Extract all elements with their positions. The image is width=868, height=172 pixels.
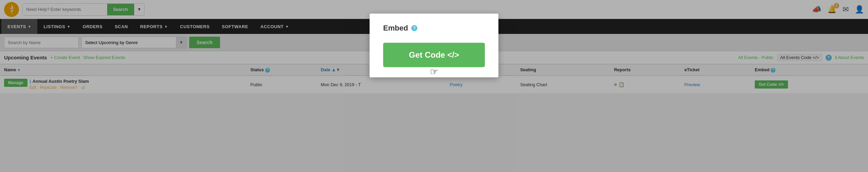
modal-get-code-label: Get Code </> — [409, 50, 459, 60]
modal-get-code-button[interactable]: Get Code </> — [383, 43, 485, 67]
modal-title-text: Embed — [383, 24, 408, 33]
modal-title: Embed ? — [383, 24, 485, 33]
embed-modal: Embed ? Get Code </> ☞ — [370, 14, 498, 77]
modal-help-icon[interactable]: ? — [411, 25, 417, 31]
cursor-icon: ☞ — [430, 66, 438, 77]
modal-overlay[interactable]: Embed ? Get Code </> ☞ — [0, 0, 868, 172]
